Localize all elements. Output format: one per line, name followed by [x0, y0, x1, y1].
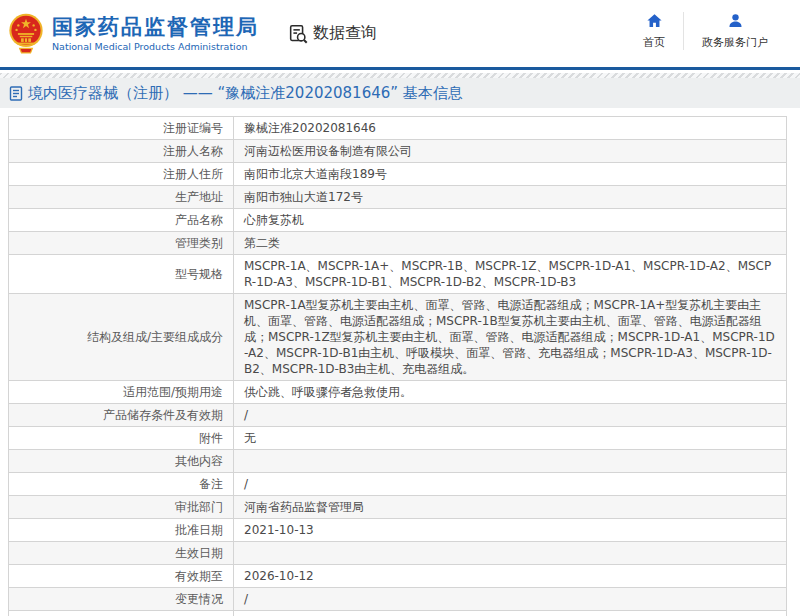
row-label: 备注 [9, 473, 234, 496]
page-title: 境内医疗器械（注册） —— “豫械注准20202081646” 基本信息 [28, 84, 463, 103]
row-label: 批准日期 [9, 519, 234, 542]
table-row: 生产地址南阳市独山大道172号 [9, 186, 787, 209]
row-value: MSCPR-1A、MSCPR-1A+、MSCPR-1B、MSCPR-1Z、MSC… [234, 255, 787, 294]
table-row: 产品名称心肺复苏机 [9, 209, 787, 232]
nav-gov-portal[interactable]: 政务服务门户 [683, 12, 786, 50]
table-row: 有效期至2026-10-12 [9, 565, 787, 588]
row-value: 2026-10-12 [234, 565, 787, 588]
table-row: 注册人名称河南迈松医用设备制造有限公司 [9, 140, 787, 163]
row-value: MSCPR-1A型复苏机主要由主机、面罩、管路、电源适配器组成；MSCPR-1A… [234, 294, 787, 381]
table-row: 批准日期2021-10-13 [9, 519, 787, 542]
row-label: 注册证编号 [9, 117, 234, 140]
brand-logo-block[interactable]: 国家药品监督管理局 National Medical Products Admi… [8, 11, 259, 57]
row-value: 2021-10-13 [234, 519, 787, 542]
site-title-en: National Medical Products Administration [52, 41, 259, 53]
row-label: 适用范围/预期用途 [9, 381, 234, 404]
nav-home[interactable]: 首页 [625, 12, 683, 50]
row-value: 南阳市北京大道南段189号 [234, 163, 787, 186]
header-right-nav: 首页 政务服务门户 [625, 12, 786, 50]
national-emblem-icon [8, 11, 44, 57]
table-row: 其他内容 [9, 450, 787, 473]
table-row: 注册人住所南阳市北京大道南段189号 [9, 163, 787, 186]
row-label: 产品名称 [9, 209, 234, 232]
row-label: 型号规格 [9, 255, 234, 294]
document-search-icon [287, 23, 309, 45]
nav-gov-portal-label: 政务服务门户 [702, 35, 768, 50]
row-value: / [234, 588, 787, 611]
row-value: 供心跳、呼吸骤停者急救使用。 [234, 381, 787, 404]
row-label: 结构及组成/主要组成成分 [9, 294, 234, 381]
nav-home-label: 首页 [643, 35, 665, 50]
row-label: 审批部门 [9, 496, 234, 519]
user-icon [727, 12, 744, 29]
row-value: 豫械注准20202081646 [234, 117, 787, 140]
row-value: 河南迈松医用设备制造有限公司 [234, 140, 787, 163]
brand-text: 国家药品监督管理局 National Medical Products Admi… [52, 15, 259, 53]
table-row: 审批部门河南省药品监督管理局 [9, 496, 787, 519]
row-value: 河南省药品监督管理局 [234, 496, 787, 519]
table-row: 注册证编号豫械注准20202081646 [9, 117, 787, 140]
site-title-cn: 国家药品监督管理局 [52, 15, 259, 39]
table-row: 适用范围/预期用途供心跳、呼吸骤停者急救使用。 [9, 381, 787, 404]
row-label: 注册人住所 [9, 163, 234, 186]
row-value [234, 542, 787, 565]
row-value: 详情 [234, 611, 787, 616]
table-row: 型号规格MSCPR-1A、MSCPR-1A+、MSCPR-1B、MSCPR-1Z… [9, 255, 787, 294]
row-label: 附件 [9, 427, 234, 450]
table-row: 生效日期 [9, 542, 787, 565]
row-value: 第二类 [234, 232, 787, 255]
row-label: 注 [9, 611, 234, 616]
row-value: / [234, 473, 787, 496]
site-header: 国家药品监督管理局 National Medical Products Admi… [0, 0, 800, 70]
row-label: 其他内容 [9, 450, 234, 473]
nav-data-query[interactable]: 数据查询 [287, 23, 377, 45]
row-value: 南阳市独山大道172号 [234, 186, 787, 209]
row-label: 变更情况 [9, 588, 234, 611]
table-row: 产品储存条件及有效期/ [9, 404, 787, 427]
row-label: 生产地址 [9, 186, 234, 209]
table-row: 结构及组成/主要组成成分MSCPR-1A型复苏机主要由主机、面罩、管路、电源适配… [9, 294, 787, 381]
row-value: 无 [234, 427, 787, 450]
row-value: / [234, 404, 787, 427]
nav-data-query-label: 数据查询 [313, 23, 377, 44]
info-table-body: 注册证编号豫械注准20202081646注册人名称河南迈松医用设备制造有限公司注… [9, 117, 787, 616]
document-icon [9, 86, 23, 101]
row-label: 管理类别 [9, 232, 234, 255]
row-value [234, 450, 787, 473]
table-row: 附件无 [9, 427, 787, 450]
row-label: 注册人名称 [9, 140, 234, 163]
table-row: 注详情 [9, 611, 787, 616]
registration-info-table: 注册证编号豫械注准20202081646注册人名称河南迈松医用设备制造有限公司注… [8, 116, 787, 616]
row-value: 心肺复苏机 [234, 209, 787, 232]
table-row: 变更情况/ [9, 588, 787, 611]
home-icon [646, 12, 663, 29]
table-row: 备注/ [9, 473, 787, 496]
row-label: 生效日期 [9, 542, 234, 565]
page-title-bar: 境内医疗器械（注册） —— “豫械注准20202081646” 基本信息 [0, 78, 800, 108]
table-row: 管理类别第二类 [9, 232, 787, 255]
row-label: 产品储存条件及有效期 [9, 404, 234, 427]
row-label: 有效期至 [9, 565, 234, 588]
